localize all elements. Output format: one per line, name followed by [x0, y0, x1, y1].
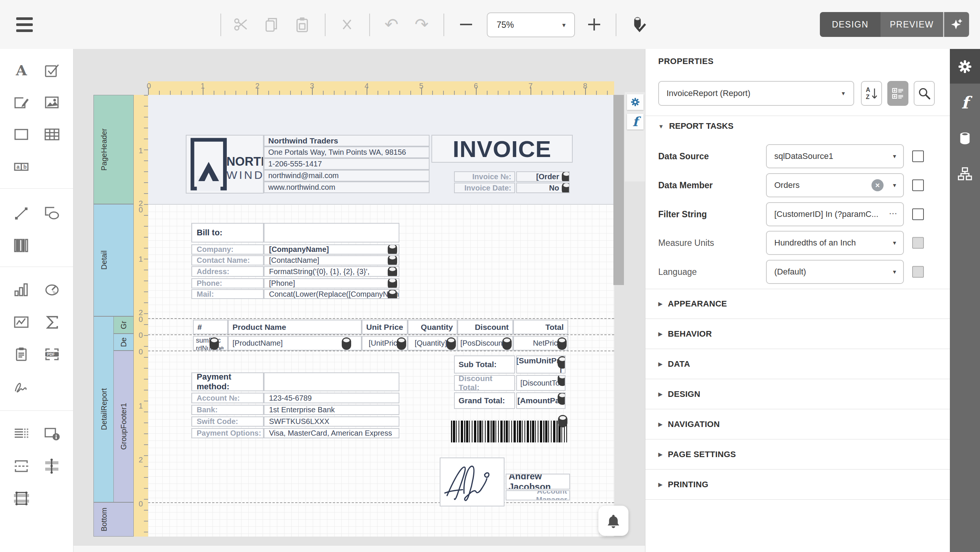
invoice-no-label[interactable]: Invoice №: [454, 171, 515, 182]
filter-string-marker-checkbox[interactable] [912, 209, 924, 220]
measure-units-select[interactable]: Hundredths of an Inch ▼ [766, 231, 904, 255]
ellipsis-icon[interactable]: ⋯ [889, 209, 898, 218]
zoom-out-button[interactable] [457, 15, 476, 34]
cut-button[interactable] [232, 15, 251, 34]
bill-to-header[interactable]: Bill to: [191, 223, 264, 243]
summary-tool[interactable] [43, 313, 61, 332]
grouped-view-button[interactable] [887, 81, 908, 106]
payment-row-label[interactable]: Payment Options: [191, 428, 264, 438]
bill-to-header-empty-cell[interactable] [264, 223, 399, 243]
logo-picture-box[interactable]: NORTH WIND [186, 135, 264, 194]
language-select[interactable]: (Default) ▼ [766, 260, 904, 284]
bill-to-row-value[interactable]: Concat(Lower(Replace([CompanyName]'')), … [264, 289, 399, 299]
items-header-quantity[interactable]: Quantity [408, 320, 457, 335]
grand-total-value[interactable]: [AmountPai [516, 392, 566, 409]
bill-to-row-value[interactable]: [ContactName] [264, 255, 399, 265]
search-properties-button[interactable] [914, 81, 935, 106]
design-tab[interactable]: DESIGN [820, 12, 881, 37]
company-address-label[interactable]: One Portals Way, Twin Points WA, 98156 [264, 146, 430, 158]
items-detail-product[interactable]: [ProductName] [228, 336, 362, 351]
page-break-tool[interactable] [13, 457, 30, 475]
bill-to-row-label[interactable]: Mail: [191, 289, 264, 299]
picture-tool[interactable] [43, 94, 61, 111]
section-behavior[interactable]: ▶ BEHAVIOR [646, 319, 950, 349]
gauge-tool[interactable] [43, 281, 61, 299]
report-tasks-section-header[interactable]: ▼ REPORT TASKS [658, 121, 733, 131]
expressions-tab-button[interactable]: f [950, 89, 980, 116]
subtotal-value[interactable]: [SumUnitPri] [516, 355, 566, 374]
bill-to-row-label[interactable]: Company: [191, 244, 264, 255]
invoice-title-label[interactable]: INVOICE [431, 135, 573, 163]
clear-value-icon[interactable]: ✕ [872, 179, 883, 191]
ai-assistant-button[interactable] [944, 12, 969, 37]
invoice-date-value[interactable]: No [516, 182, 570, 193]
preview-tab[interactable]: PREVIEW [881, 12, 943, 37]
notifications-button[interactable] [598, 506, 628, 536]
pdf-content-tool[interactable]: PDF [43, 345, 61, 363]
language-marker-checkbox[interactable] [912, 266, 924, 278]
richtext-tool[interactable] [13, 94, 30, 111]
field-list-tab-button[interactable] [950, 125, 980, 151]
vertical-ruler[interactable]: 1 2 0 1 2 0 0 0 1 2 0 [134, 95, 148, 536]
company-name-label[interactable]: Northwind Traders [264, 135, 430, 146]
table-tool[interactable] [43, 125, 61, 143]
properties-tab-button[interactable] [950, 54, 980, 80]
barcode-tool[interactable] [13, 236, 30, 255]
items-detail-number[interactable]: sumRecrdNumbe [193, 336, 228, 351]
line-tool[interactable] [13, 205, 30, 222]
sort-alphabetical-button[interactable]: AZ [861, 81, 882, 106]
invoice-date-label[interactable]: Invoice Date: [454, 182, 515, 193]
validate-button[interactable] [628, 15, 647, 34]
horizontal-ruler[interactable]: 0 1 2 3 4 5 6 7 8 [148, 81, 614, 95]
character-comb-tool[interactable]: ab [13, 158, 30, 176]
delete-button[interactable] [337, 15, 356, 34]
object-selector[interactable]: InvoiceReport (Report) ▼ [658, 81, 854, 106]
invoice-no-value[interactable]: [Order [516, 171, 570, 182]
payment-method-header[interactable]: Payment method: [191, 373, 264, 391]
sparkline-tool[interactable] [13, 313, 30, 332]
items-detail-total[interactable]: NetPric [513, 336, 568, 351]
company-website-label[interactable]: www.northwind.com [264, 181, 430, 193]
data-member-marker-checkbox[interactable] [912, 179, 924, 191]
menu-button[interactable] [15, 15, 34, 34]
bill-to-row-label[interactable]: Phone: [191, 278, 264, 289]
panel-tool[interactable] [13, 125, 30, 143]
band-detail[interactable]: Detail [94, 204, 134, 316]
barcode-control[interactable] [451, 420, 567, 443]
band-page-header[interactable]: PageHeader [94, 95, 134, 204]
signatory-title-label[interactable]: Account Manager [506, 490, 570, 500]
company-phone-label[interactable]: 1-206-555-1417 [264, 158, 430, 170]
section-navigation[interactable]: ▶ NAVIGATION [646, 409, 950, 439]
payment-row-label[interactable]: Bank: [191, 405, 264, 415]
zoom-select[interactable]: 75% ▼ [487, 13, 575, 37]
paste-button[interactable] [293, 15, 312, 34]
payment-row-value[interactable]: Visa, MasterCard, American Express [264, 428, 399, 438]
signature-tool[interactable] [13, 378, 30, 396]
zoom-in-button[interactable] [585, 15, 604, 34]
report-page[interactable]: NORTH WIND Northwind Traders One Portals… [148, 95, 614, 536]
canvas-vertical-scrollbar[interactable] [613, 95, 624, 285]
grand-total-label[interactable]: Grand Total: [454, 392, 515, 409]
checkbox-tool[interactable] [43, 61, 61, 79]
bill-to-row-value[interactable]: FormatString('{0}, {1}, {2}, {3}', [Addr… [264, 266, 399, 277]
payment-row-value[interactable]: 123-45-6789 [264, 393, 399, 403]
subreport-tool[interactable] [13, 345, 30, 363]
company-email-label[interactable]: northwind@mail.com [264, 170, 430, 181]
table-of-contents-tool[interactable] [13, 425, 30, 443]
cross-band-line-tool[interactable] [43, 457, 61, 475]
signatory-name-label[interactable]: Andrew Jacobson [506, 474, 570, 490]
bill-to-row-value[interactable]: [Phone] [264, 278, 399, 289]
data-member-select[interactable]: Orders ✕ ▼ [766, 173, 904, 197]
filter-string-input[interactable]: [CustomerID] In (?paramC... ⋯ [766, 202, 904, 226]
discount-total-label[interactable]: Discount Total: [454, 375, 515, 391]
band-bottom[interactable]: Bottom [94, 502, 134, 536]
band-group-header[interactable]: Gr [113, 316, 134, 334]
label-tool[interactable]: A [13, 61, 30, 79]
page-info-tool[interactable] [43, 425, 61, 443]
discount-total-value[interactable]: [DiscountTot [516, 375, 566, 391]
report-tasks-smart-tag-button[interactable] [627, 94, 644, 110]
items-header-product[interactable]: Product Name [228, 320, 362, 335]
items-header-discount[interactable]: Discount [457, 320, 513, 335]
items-detail-quantity[interactable]: [Quantity] [408, 336, 457, 351]
copy-button[interactable] [262, 15, 281, 34]
